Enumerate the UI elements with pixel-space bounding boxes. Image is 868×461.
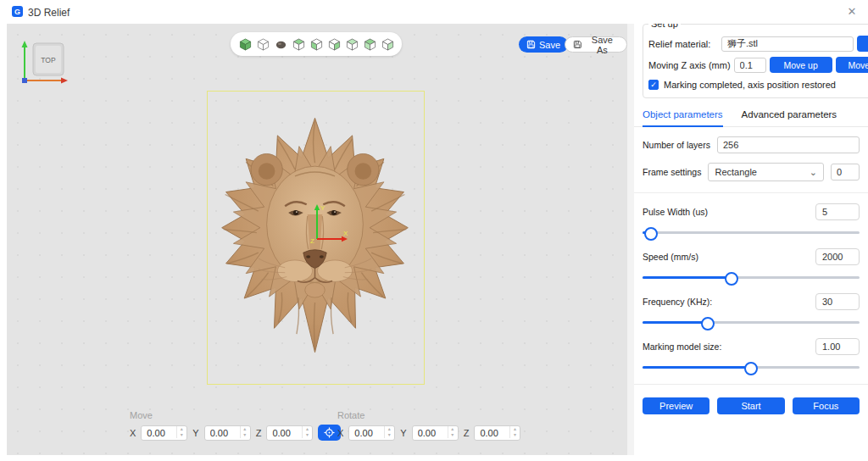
y-axis-arrow-icon — [22, 41, 28, 47]
move-up-button[interactable]: Move up — [770, 57, 832, 73]
parameter-tabs: Object parameters Advanced parameters — [634, 109, 868, 127]
spin-up-icon[interactable]: ▴ — [514, 426, 516, 432]
slider-thumb[interactable] — [701, 317, 715, 330]
focus-button[interactable]: Focus — [793, 397, 860, 414]
solid-cube-icon[interactable] — [239, 38, 252, 51]
preview-button[interactable]: Preview — [643, 397, 709, 414]
pulse-width-input[interactable] — [815, 203, 860, 220]
settings-panel: Set up Relief material: ... Moving Z axi… — [634, 0, 868, 461]
move-down-button[interactable]: Move down — [836, 57, 868, 73]
close-icon[interactable]: ✕ — [844, 4, 860, 19]
relief-material-input[interactable] — [721, 36, 854, 52]
spinner-arrows: ▴▾ — [509, 426, 519, 438]
divider — [634, 192, 868, 193]
title-bar: G 3D Relief — [0, 0, 868, 24]
gizmo-z-label: Z — [310, 237, 314, 244]
browse-button[interactable]: ... — [857, 36, 868, 52]
target-icon — [324, 427, 335, 438]
relief-material-label: Relief material: — [648, 39, 718, 49]
moving-z-input[interactable] — [734, 58, 766, 73]
frame-settings-label: Frame settings — [643, 167, 701, 177]
top-view-cube-icon[interactable] — [364, 38, 376, 51]
spinner-arrows: ▴▾ — [302, 426, 311, 438]
wireframe-cube-icon[interactable] — [257, 38, 270, 51]
rotate-y-label: Y — [400, 428, 406, 438]
tab-advanced-parameters[interactable]: Advanced parameters — [742, 109, 837, 126]
spin-up-icon[interactable]: ▴ — [181, 426, 183, 432]
spin-up-icon[interactable]: ▴ — [243, 426, 246, 432]
spinner-arrows: ▴▾ — [240, 426, 249, 438]
slider-thumb[interactable] — [725, 272, 738, 286]
spin-down-icon[interactable]: ▾ — [451, 432, 453, 438]
action-buttons: Preview Start Focus — [643, 397, 860, 414]
number-of-layers-input[interactable] — [717, 136, 860, 153]
frame-settings-extra-input[interactable] — [831, 164, 860, 181]
chevron-down-icon: ⌄ — [810, 168, 817, 176]
speed-input[interactable] — [815, 248, 860, 265]
save-as-icon — [573, 40, 582, 49]
right-view-cube-icon[interactable] — [346, 38, 359, 51]
slider-thumb[interactable] — [744, 362, 758, 375]
rotate-group-label: Rotate — [337, 410, 520, 420]
viewport-canvas[interactable]: TOP — [7, 24, 627, 455]
move-z-label: Z — [256, 428, 262, 438]
move-group: Move X ▴▾ Y ▴▾ Z ▴▾ — [130, 410, 341, 441]
frequency-row: Frequency (KHz): — [643, 293, 860, 328]
rotate-x-label: X — [337, 428, 343, 438]
panel-divider — [627, 24, 634, 455]
spinner-arrows: ▴▾ — [176, 426, 186, 438]
app-logo-icon: G — [12, 6, 23, 17]
spin-down-icon[interactable]: ▾ — [181, 432, 183, 438]
bottom-view-cube-icon[interactable] — [381, 38, 394, 51]
frame-settings-select[interactable]: Rectangle ⌄ — [708, 163, 824, 181]
slider-thumb[interactable] — [644, 227, 658, 241]
marking-size-slider[interactable] — [643, 361, 860, 373]
orientation-cube-label: TOP — [41, 56, 56, 64]
window-title: 3D Relief — [28, 7, 70, 19]
axis-restore-label: Marking completed, axis position restore… — [664, 80, 836, 90]
move-x-label: X — [130, 428, 136, 438]
frame-settings-value: Rectangle — [715, 167, 757, 177]
view-toolbar — [231, 32, 402, 56]
save-as-button-label: Save As — [586, 35, 619, 55]
save-as-button[interactable]: Save As — [565, 36, 627, 53]
pulse-width-slider[interactable] — [643, 226, 860, 238]
marking-size-input[interactable] — [815, 338, 860, 355]
spin-up-icon[interactable]: ▴ — [388, 426, 391, 432]
move-group-label: Move — [130, 410, 341, 420]
back-view-cube-icon[interactable] — [310, 38, 323, 51]
spin-down-icon[interactable]: ▾ — [514, 432, 516, 438]
spinner-arrows: ▴▾ — [384, 426, 393, 438]
spin-up-icon[interactable]: ▴ — [451, 426, 453, 432]
start-button[interactable]: Start — [717, 397, 784, 414]
rotate-z-label: Z — [464, 428, 470, 438]
gizmo-y-arrow-icon — [314, 204, 320, 210]
axis-restore-checkbox[interactable]: ✓ — [648, 80, 659, 90]
frequency-slider[interactable] — [643, 316, 860, 328]
setup-group: Set up Relief material: ... Moving Z axi… — [643, 19, 868, 98]
speed-slider[interactable] — [643, 271, 860, 283]
spin-down-icon[interactable]: ▾ — [306, 432, 309, 438]
spinner-arrows: ▴▾ — [448, 426, 457, 438]
x-axis-arrow-icon — [61, 78, 68, 84]
spin-down-icon[interactable]: ▾ — [388, 432, 391, 438]
marking-size-label: Marking model size: — [643, 342, 721, 352]
orientation-cube[interactable]: TOP — [14, 39, 70, 86]
transform-gizmo: Y X Z — [303, 202, 353, 244]
pulse-width-row: Pulse Width (us) — [643, 203, 860, 238]
save-icon — [526, 40, 536, 49]
left-view-cube-icon[interactable] — [328, 38, 341, 51]
shaded-sphere-icon[interactable] — [275, 38, 287, 51]
front-view-cube-icon[interactable] — [292, 38, 305, 51]
save-button[interactable]: Save — [519, 36, 568, 53]
gizmo-y-label: Y — [320, 204, 326, 212]
pulse-width-label: Pulse Width (us) — [643, 207, 708, 217]
check-icon: ✓ — [649, 81, 658, 90]
marking-size-row: Marking model size: — [643, 338, 860, 373]
tab-object-parameters[interactable]: Object parameters — [643, 109, 723, 127]
number-of-layers-label: Number of layers — [643, 140, 710, 150]
spin-down-icon[interactable]: ▾ — [243, 432, 246, 438]
spin-up-icon[interactable]: ▴ — [306, 426, 309, 432]
frequency-label: Frequency (KHz): — [643, 297, 712, 307]
frequency-input[interactable] — [815, 293, 860, 310]
